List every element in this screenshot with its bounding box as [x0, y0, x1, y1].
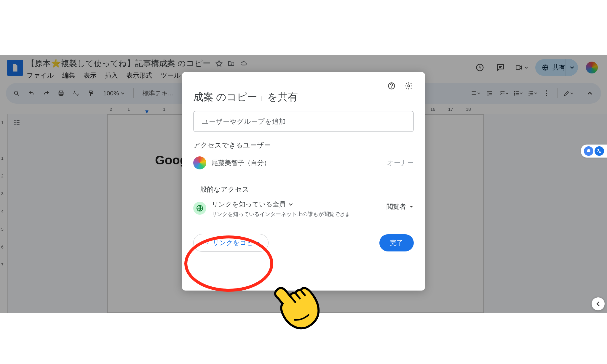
document-icon	[11, 62, 20, 73]
menu-tools[interactable]: ツール	[161, 71, 181, 80]
svg-point-9	[546, 90, 547, 92]
explore-fab[interactable]	[592, 297, 605, 310]
bulleted-list-icon[interactable]	[512, 87, 524, 99]
svg-point-10	[546, 93, 547, 94]
svg-rect-5	[60, 94, 62, 96]
general-access-label: 一般的なアクセス	[193, 185, 414, 194]
svg-rect-0	[516, 66, 520, 70]
globe-icon	[193, 202, 206, 215]
gear-icon[interactable]	[404, 81, 414, 91]
collapse-icon[interactable]	[584, 87, 596, 99]
svg-point-2	[15, 91, 18, 94]
owner-avatar	[193, 156, 206, 169]
done-button[interactable]: 完了	[379, 234, 414, 251]
link-scope-select[interactable]: リンクを知っている全員	[212, 200, 381, 209]
meet-icon[interactable]	[515, 61, 528, 74]
more-icon[interactable]	[541, 87, 552, 99]
outline-toggle-icon[interactable]	[12, 118, 21, 126]
paint-format-icon[interactable]	[85, 87, 97, 99]
add-people-input[interactable]: ユーザーやグループを追加	[193, 111, 414, 132]
svg-point-11	[546, 95, 547, 96]
permission-select[interactable]: 閲覧者	[386, 202, 414, 211]
add-people-placeholder: ユーザーやグループを追加	[202, 117, 286, 126]
zoom-select[interactable]: 100%	[100, 87, 128, 99]
line-spacing-icon[interactable]	[484, 87, 496, 99]
spellcheck-icon[interactable]	[70, 87, 82, 99]
print-icon[interactable]	[55, 87, 67, 99]
share-dialog: 成案 のコピー」を共有 ユーザーやグループを追加 アクセスできるユーザー 尾藤美…	[182, 72, 425, 291]
access-users-label: アクセスできるユーザー	[193, 141, 414, 150]
help-icon[interactable]	[386, 81, 397, 91]
chevron-down-icon	[525, 66, 528, 69]
style-select[interactable]: 標準テキ...	[139, 87, 177, 99]
checklist-icon[interactable]	[498, 87, 510, 99]
owner-row: 尾藤美智子（自分） オーナー	[193, 156, 414, 169]
cloud-status-icon[interactable]	[240, 60, 248, 67]
copy-link-button[interactable]: リンクをコピー	[193, 234, 269, 252]
search-menus-icon[interactable]	[11, 87, 23, 99]
svg-point-14	[408, 85, 410, 87]
share-dialog-title: 成案 のコピー」を共有	[193, 90, 414, 104]
docs-logo[interactable]	[7, 60, 23, 76]
menu-view[interactable]: 表示	[84, 71, 97, 80]
align-icon[interactable]	[469, 87, 481, 99]
chevron-down-icon	[121, 92, 124, 95]
translate-icon	[595, 146, 604, 156]
chevron-down-icon	[409, 205, 414, 209]
link-icon	[202, 240, 209, 246]
menu-insert[interactable]: 挿入	[105, 71, 118, 80]
svg-point-13	[391, 87, 392, 88]
extension-icon	[584, 146, 593, 156]
history-icon[interactable]	[473, 61, 487, 74]
undo-icon[interactable]	[25, 87, 37, 99]
chevron-down-icon	[570, 65, 574, 70]
move-folder-icon[interactable]	[227, 60, 235, 67]
editing-mode-icon[interactable]	[562, 87, 574, 99]
menu-format[interactable]: 表示形式	[126, 71, 152, 80]
menu-edit[interactable]: 編集	[62, 71, 75, 80]
numbered-list-icon[interactable]	[526, 87, 538, 99]
doc-title[interactable]: 【原本⭐複製して使ってね】記事構成案 のコピー	[27, 58, 211, 69]
chevron-down-icon	[289, 202, 293, 206]
menu-file[interactable]: ファイル	[27, 71, 54, 80]
vertical-ruler: 1 1 2 3 4 5 6 7	[0, 114, 8, 313]
globe-icon	[542, 64, 549, 71]
star-icon[interactable]	[215, 60, 223, 67]
link-scope-description: リンクを知っているインターネット上の誰もが閲覧できま	[212, 211, 360, 218]
owner-name: 尾藤美智子（自分）	[212, 158, 270, 167]
share-dropdown[interactable]	[566, 59, 578, 76]
side-extension-badge[interactable]	[581, 145, 607, 158]
redo-icon[interactable]	[40, 87, 52, 99]
account-avatar[interactable]	[585, 61, 599, 74]
svg-point-8	[514, 94, 515, 95]
owner-role: オーナー	[387, 158, 414, 167]
svg-point-7	[514, 93, 515, 94]
svg-point-6	[514, 91, 515, 92]
comments-icon[interactable]	[494, 61, 507, 74]
